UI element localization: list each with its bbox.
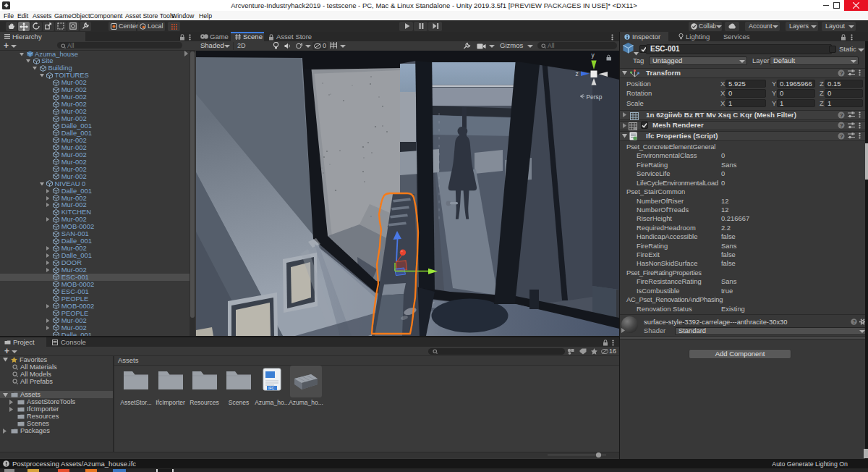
svg-text:?: ? (840, 112, 843, 119)
svg-text:IFC: IFC (268, 386, 274, 390)
svg-text:?: ? (853, 319, 856, 324)
svg-text:?: ? (840, 122, 843, 129)
svg-text:?: ? (840, 133, 843, 140)
svg-text:?: ? (840, 70, 843, 77)
